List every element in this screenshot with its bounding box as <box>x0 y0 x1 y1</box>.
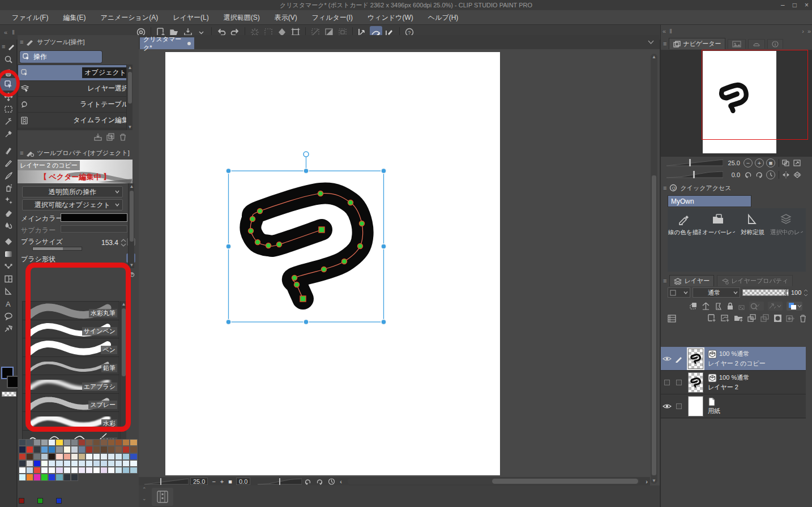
vector-control-node[interactable] <box>318 191 323 196</box>
subtool-scrollbar[interactable]: ▲▼ <box>126 65 133 130</box>
palette-color[interactable] <box>100 460 108 467</box>
lock-layer-icon[interactable] <box>726 302 734 310</box>
visibility-checkbox[interactable] <box>664 380 670 385</box>
tab-layer-property[interactable]: レイヤープロパティ <box>717 275 793 286</box>
palette-color[interactable] <box>108 446 115 453</box>
menu-item-3[interactable]: レイヤー(L) <box>165 10 216 25</box>
palette-color[interactable] <box>26 446 33 453</box>
tool-airbrush-icon[interactable] <box>0 182 17 194</box>
palette-color[interactable] <box>71 467 78 474</box>
zoom-100-button[interactable]: ■ <box>228 478 232 485</box>
palette-color[interactable] <box>63 474 71 480</box>
quickaccess-item-overlay-folder[interactable]: オーバーレイ作成 <box>702 213 736 272</box>
selectable-object-dropdown[interactable]: 選択可能なオブジェクト <box>22 199 123 210</box>
palette-color[interactable] <box>71 474 78 480</box>
palette-color[interactable] <box>33 446 41 453</box>
rotate-left-button[interactable] <box>304 478 311 485</box>
timeline-button[interactable] <box>152 488 173 506</box>
palette-color[interactable] <box>48 439 55 446</box>
tool-balloon-icon[interactable] <box>0 310 17 323</box>
subtool-group-tab[interactable]: 操作 <box>20 51 102 63</box>
palette-color[interactable] <box>55 446 63 453</box>
palette-color[interactable] <box>19 453 26 460</box>
palette-color[interactable] <box>93 439 100 446</box>
selection-handle[interactable] <box>226 244 231 249</box>
navigator-zoom-slider[interactable] <box>666 159 723 166</box>
palette-color[interactable] <box>130 467 137 474</box>
collapse-down-icon[interactable]: ⌄ <box>142 496 147 501</box>
layer-row-2[interactable]: 用紙 <box>661 394 806 418</box>
palette-color[interactable] <box>108 460 115 467</box>
toolprop-scrollbar[interactable]: ▲▼ <box>128 183 134 268</box>
opacity-slider[interactable] <box>742 289 789 296</box>
draft-layer-icon[interactable] <box>714 302 723 310</box>
palette-color[interactable] <box>71 439 78 446</box>
palette-color[interactable] <box>86 446 93 453</box>
menu-item-4[interactable]: 選択範囲(S) <box>216 10 267 25</box>
tab-information[interactable] <box>767 39 783 49</box>
enable-mask-dropdown[interactable] <box>749 302 764 311</box>
flip-horizontal-icon[interactable] <box>781 171 790 179</box>
toolstrip-menu-icon[interactable]: ≡ <box>2 43 5 50</box>
navigator-rotation-value[interactable]: 0.0 <box>723 171 740 178</box>
canvas-rotation-value[interactable]: 0.0 <box>236 478 250 485</box>
duplicate-subtool-icon[interactable] <box>106 133 114 141</box>
lock-transparent-pixels-icon[interactable] <box>738 302 745 310</box>
new-vector-layer-button[interactable] <box>720 314 730 323</box>
navigator-zoom-value[interactable]: 25.0 <box>723 160 740 166</box>
canvas-vertical-scrollbar[interactable]: ▲ ▼ <box>651 54 657 484</box>
tab-navigator[interactable]: ナビゲーター <box>669 38 725 49</box>
vector-control-node[interactable] <box>358 244 363 249</box>
zoom-in-button[interactable]: + <box>220 478 224 485</box>
clip-to-layer-below-icon[interactable] <box>689 302 698 310</box>
layer-menu-icon[interactable]: ≡ <box>663 277 666 284</box>
edit-target-checkbox[interactable] <box>676 380 682 385</box>
palette-color[interactable] <box>86 467 93 474</box>
palette-color[interactable] <box>41 474 48 480</box>
tool-zoom-icon[interactable] <box>0 53 17 66</box>
tool-ruler-icon[interactable] <box>0 285 17 298</box>
blend-mode-dropdown[interactable]: 通常 <box>693 287 740 298</box>
palette-color[interactable] <box>71 446 78 453</box>
status-color-swatch[interactable] <box>37 498 43 504</box>
vector-endpoint-node[interactable] <box>300 296 306 302</box>
nav-rotate-left-button[interactable] <box>743 170 753 179</box>
palette-color[interactable] <box>19 460 26 467</box>
selection-handle[interactable] <box>226 169 231 174</box>
navigator-view-rectangle[interactable] <box>702 50 808 140</box>
ruler-range-dropdown[interactable] <box>768 302 783 311</box>
vector-control-node[interactable] <box>249 229 254 234</box>
tool-gradient-icon[interactable] <box>0 248 17 260</box>
palette-color[interactable] <box>122 460 130 467</box>
new-folder-button[interactable] <box>734 314 743 323</box>
selection-handle[interactable] <box>381 169 386 174</box>
merge-down-button[interactable] <box>760 314 770 323</box>
palette-color[interactable] <box>63 453 71 460</box>
status-color-swatch[interactable] <box>56 498 62 504</box>
fit-to-navigator-icon[interactable] <box>793 159 801 167</box>
vector-control-node[interactable] <box>294 282 300 287</box>
layer-list-view-icon[interactable] <box>668 315 676 323</box>
transparent-area-dropdown[interactable]: 透明箇所の操作 <box>22 186 123 197</box>
palette-color[interactable] <box>115 467 122 474</box>
palette-color[interactable] <box>71 453 78 460</box>
scroll-right-arrow-icon[interactable]: › <box>646 478 648 485</box>
maximize-button[interactable]: □ <box>793 1 797 9</box>
palette-color[interactable] <box>19 446 26 453</box>
quickaccess-item-selected-layers[interactable]: 選択中のレイヤ <box>770 213 804 272</box>
tool-figure-icon[interactable] <box>0 260 17 273</box>
tool-eraser-icon[interactable] <box>0 207 17 219</box>
palette-color[interactable] <box>115 439 122 446</box>
visibility-eye-icon[interactable] <box>663 355 672 362</box>
palette-color[interactable] <box>19 439 26 446</box>
vector-control-node[interactable] <box>360 221 365 226</box>
toolprop-menu-icon[interactable]: ≡ <box>20 149 23 156</box>
palette-color[interactable] <box>55 439 63 446</box>
expand-right-icon[interactable]: › <box>800 28 806 35</box>
zoom-out-button[interactable]: − <box>212 478 215 485</box>
layer-row-0[interactable]: 100 %通常レイヤー 2 のコピー <box>661 347 806 371</box>
palette-color[interactable] <box>48 474 55 480</box>
main-color-value-swatch[interactable] <box>61 213 127 222</box>
palette-color[interactable] <box>33 453 41 460</box>
menu-item-1[interactable]: 編集(E) <box>55 10 93 25</box>
